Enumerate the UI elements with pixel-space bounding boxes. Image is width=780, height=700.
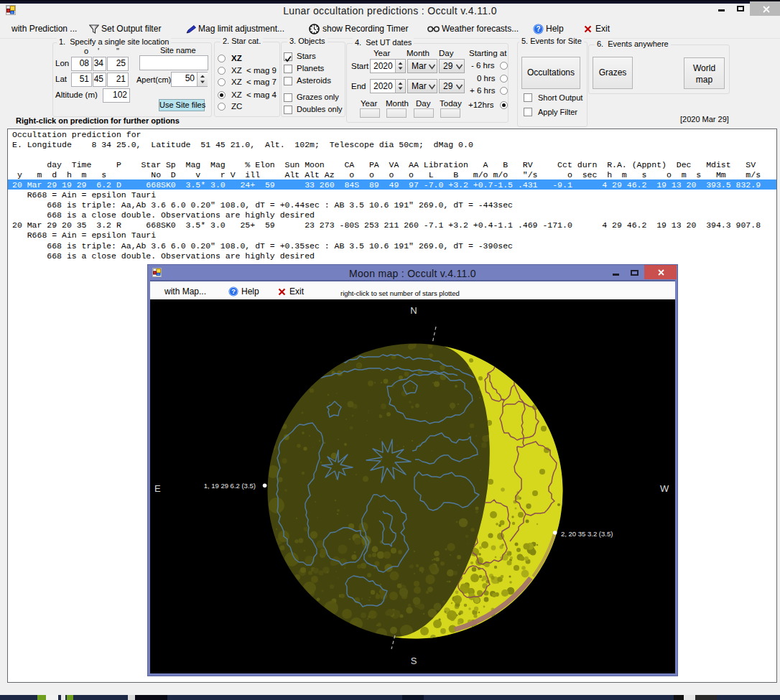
svg-text:2, 20 35 3.2 (3.5): 2, 20 35 3.2 (3.5) (561, 530, 613, 538)
svg-text:E: E (154, 483, 161, 494)
svg-text:N: N (410, 305, 417, 316)
svg-text:1, 19 29 6.2 (3.5): 1, 19 29 6.2 (3.5) (204, 482, 256, 490)
svg-text:S: S (411, 655, 417, 666)
svg-text:?: ? (536, 25, 540, 33)
svg-text:W: W (660, 483, 669, 494)
svg-text:?: ? (231, 288, 236, 295)
